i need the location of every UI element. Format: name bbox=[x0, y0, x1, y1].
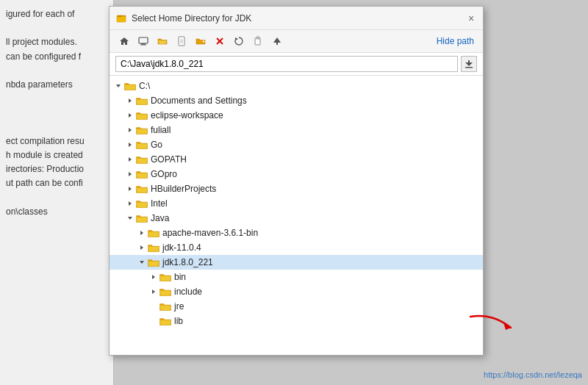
tree-item-label: GOPATH bbox=[151, 154, 187, 165]
background-panel: igured for each of ll project modules. c… bbox=[0, 0, 114, 385]
tree-item-label: HBuilderProjects bbox=[151, 184, 216, 194]
svg-marker-13 bbox=[235, 37, 238, 40]
tree-item-jre[interactable]: jre bbox=[110, 299, 483, 314]
tree-item-label: Intel bbox=[151, 198, 168, 209]
expand-icon bbox=[124, 212, 136, 224]
tree-item-label: include bbox=[174, 287, 202, 297]
tree-item-label: jre bbox=[174, 301, 184, 312]
watermark: https://blog.csdn.net/lezeqa bbox=[484, 370, 582, 379]
folder-icon bbox=[136, 96, 148, 106]
svg-marker-22 bbox=[129, 98, 132, 103]
svg-marker-21 bbox=[116, 84, 121, 87]
new-folder-button[interactable]: + bbox=[192, 33, 209, 49]
tree-item-label: Java bbox=[151, 213, 169, 223]
svg-marker-31 bbox=[140, 231, 143, 235]
tree-item-intel[interactable]: Intel bbox=[110, 196, 483, 211]
tree-item-hbuilder[interactable]: HBuilderProjects bbox=[110, 181, 483, 196]
tree-item-label: Documents and Settings bbox=[151, 96, 247, 106]
expand-icon bbox=[124, 139, 136, 151]
svg-marker-23 bbox=[129, 113, 132, 118]
tree-item-label: jdk1.8.0_221 bbox=[162, 257, 213, 267]
clipboard-button[interactable] bbox=[249, 33, 267, 49]
folder-icon bbox=[148, 242, 159, 253]
folder-icon bbox=[159, 301, 171, 312]
svg-marker-24 bbox=[129, 128, 132, 132]
folder-icon bbox=[136, 198, 148, 209]
svg-rect-1 bbox=[117, 17, 126, 22]
tree-item-label: bin bbox=[174, 272, 186, 282]
tree-item-label: GOpro bbox=[151, 169, 177, 179]
svg-marker-32 bbox=[140, 245, 143, 250]
tree-item-label: lib bbox=[174, 316, 183, 326]
expand-icon bbox=[136, 227, 148, 239]
dialog-icon bbox=[115, 12, 127, 24]
bg-text: igured for each of ll project modules. c… bbox=[0, 0, 113, 226]
tree-item-jdk11[interactable]: jdk-11.0.4 bbox=[110, 240, 483, 255]
tree-item-apache-maven[interactable]: apache-maven-3.6.1-bin bbox=[110, 226, 483, 240]
tree-item-c-drive[interactable]: C:\ bbox=[110, 79, 483, 93]
svg-rect-20 bbox=[465, 67, 473, 68]
up-button[interactable] bbox=[268, 33, 286, 49]
tree-item-label: eclipse-workspace bbox=[151, 110, 223, 120]
path-download-button[interactable] bbox=[461, 56, 477, 72]
svg-rect-3 bbox=[139, 37, 148, 43]
tree-item-go[interactable]: Go bbox=[110, 137, 483, 152]
svg-marker-27 bbox=[129, 172, 132, 176]
tree-item-label: C:\ bbox=[139, 81, 150, 91]
svg-marker-29 bbox=[129, 201, 132, 206]
svg-rect-2 bbox=[118, 15, 121, 17]
folder-icon bbox=[136, 154, 148, 165]
expand-icon bbox=[124, 109, 136, 121]
close-button[interactable]: × bbox=[465, 12, 477, 24]
delete-button[interactable] bbox=[211, 33, 229, 49]
file-tree[interactable]: C:\ Documents and Settings eclipse-works… bbox=[110, 76, 483, 355]
tree-item-gopro[interactable]: GOpro bbox=[110, 167, 483, 181]
svg-marker-18 bbox=[465, 62, 473, 66]
svg-marker-34 bbox=[152, 275, 155, 279]
folder-icon bbox=[136, 213, 148, 223]
tree-item-label: fuliall bbox=[151, 125, 171, 135]
svg-rect-17 bbox=[276, 43, 278, 45]
expand-icon bbox=[148, 315, 159, 327]
expand-icon bbox=[124, 183, 136, 195]
home-button[interactable] bbox=[115, 33, 133, 49]
tree-item-jdk18[interactable]: jdk1.8.0_221 bbox=[110, 255, 483, 270]
tree-item-label: Go bbox=[151, 140, 162, 150]
tree-item-java[interactable]: Java bbox=[110, 211, 483, 226]
refresh-button[interactable] bbox=[230, 33, 248, 49]
tree-item-fuliall[interactable]: fuliall bbox=[110, 123, 483, 137]
expand-icon bbox=[124, 154, 136, 165]
svg-marker-25 bbox=[129, 143, 132, 147]
expand-icon bbox=[148, 286, 159, 298]
expand-icon bbox=[136, 256, 148, 268]
expand-icon bbox=[124, 124, 136, 136]
document-button[interactable] bbox=[173, 33, 190, 49]
svg-rect-15 bbox=[257, 37, 259, 39]
tree-item-lib[interactable]: lib bbox=[110, 314, 483, 328]
tree-item-include[interactable]: include bbox=[110, 284, 483, 299]
expand-icon bbox=[112, 80, 124, 92]
folder-icon bbox=[136, 140, 148, 150]
svg-rect-5 bbox=[140, 45, 146, 46]
folder-icon bbox=[159, 316, 171, 326]
hide-path-button[interactable]: Hide path bbox=[434, 35, 477, 48]
tree-item-docs-settings[interactable]: Documents and Settings bbox=[110, 93, 483, 108]
desktop-button[interactable] bbox=[135, 33, 152, 49]
tree-item-label: apache-maven-3.6.1-bin bbox=[162, 228, 258, 238]
expand-icon bbox=[136, 242, 148, 253]
tree-item-label: jdk-11.0.4 bbox=[162, 242, 201, 253]
svg-marker-16 bbox=[273, 37, 281, 43]
svg-marker-36 bbox=[503, 323, 511, 330]
toolbar: + Hide path bbox=[110, 30, 483, 53]
tree-item-bin[interactable]: bin bbox=[110, 270, 483, 284]
folder-icon bbox=[159, 287, 171, 297]
dialog-select-jdk: Select Home Directory for JDK × + bbox=[109, 6, 484, 356]
tree-item-gopath[interactable]: GOPATH bbox=[110, 152, 483, 167]
tree-item-eclipse-workspace[interactable]: eclipse-workspace bbox=[110, 108, 483, 123]
svg-marker-28 bbox=[129, 187, 132, 191]
open-folder-button[interactable] bbox=[154, 33, 171, 49]
folder-icon bbox=[148, 228, 159, 238]
path-row bbox=[110, 53, 483, 76]
folder-icon bbox=[148, 257, 159, 267]
path-input[interactable] bbox=[115, 56, 458, 72]
